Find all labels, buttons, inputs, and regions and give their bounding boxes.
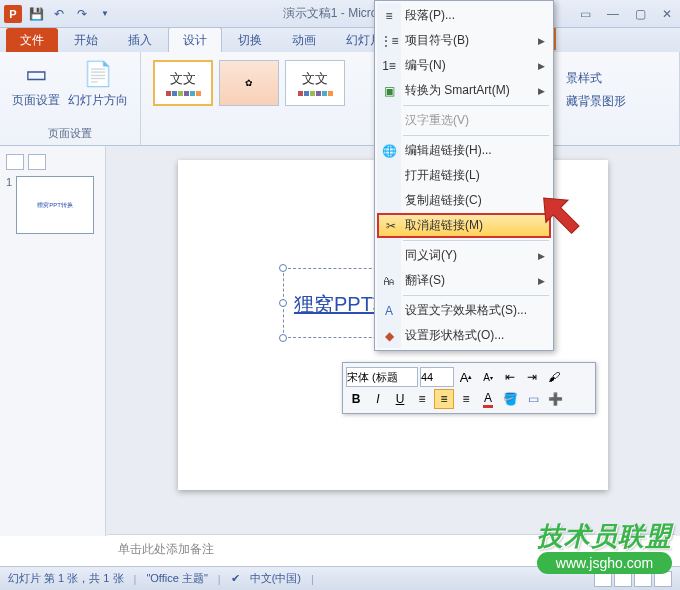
font-size-select[interactable] [420,367,454,387]
tab-insert[interactable]: 插入 [114,28,166,52]
paragraph-icon: ≡ [381,8,397,24]
slide-orientation-button[interactable]: 📄 幻灯片方向 [64,56,132,111]
menu-numbering[interactable]: 1≡编号(N)▶ [377,53,551,78]
align-right-icon[interactable]: ≡ [456,389,476,409]
slides-panel: 1 狸窝PPT转换 [0,146,106,536]
menu-hanzi[interactable]: 汉字重选(V) [377,108,551,133]
menu-separator [403,135,549,136]
menu-edit-hyperlink[interactable]: 🌐编辑超链接(H)... [377,138,551,163]
redo-icon[interactable]: ↷ [72,4,92,24]
watermark-text: 技术员联盟 [537,519,672,554]
translate-icon: 🗛 [381,273,397,289]
window-controls: ▭ — ▢ ✕ [576,7,676,21]
watermark-url: www.jsgho.com [537,552,672,574]
bg-styles-button[interactable]: 景样式 [566,70,626,87]
shape-format-icon: ◆ [381,328,397,344]
menu-bullets[interactable]: ⋮≡项目符号(B)▶ [377,28,551,53]
page-setup-button[interactable]: ▭ 页面设置 [8,56,64,111]
mini-toolbar: A▴ A▾ ⇤ ⇥ 🖌 B I U ≡ ≡ ≡ A 🪣 ▭ ➕ [342,362,596,414]
status-theme: "Office 主题" [146,571,207,586]
maximize-button[interactable]: ▢ [631,7,650,21]
theme-text: 文文 [302,70,328,88]
menu-smartart[interactable]: ▣转换为 SmartArt(M)▶ [377,78,551,103]
smartart-icon: ▣ [381,83,397,99]
ribbon-group-page-setup: ▭ 页面设置 📄 幻灯片方向 页面设置 [0,52,141,145]
group-label-page-setup: 页面设置 [8,124,132,143]
font-family-select[interactable] [346,367,418,387]
submenu-arrow: ▶ [538,276,545,286]
menu-paragraph[interactable]: ≡段落(P)... [377,3,551,28]
decrease-indent-icon[interactable]: ⇤ [500,367,520,387]
menu-separator [403,105,549,106]
hyperlink-icon: 🌐 [381,143,397,159]
quick-access-toolbar: 💾 ↶ ↷ ▼ [26,4,115,24]
remove-link-icon: ✂ [383,218,399,234]
hide-bg-checkbox[interactable]: 藏背景图形 [566,93,626,110]
align-center-icon[interactable]: ≡ [434,389,454,409]
shape-outline-button[interactable]: ▭ [523,389,543,409]
menu-separator [403,295,549,296]
minimize-ribbon-icon[interactable]: ▭ [576,7,595,21]
shape-fill-button[interactable]: 🪣 [500,389,521,409]
tab-home[interactable]: 开始 [60,28,112,52]
submenu-arrow: ▶ [538,36,545,46]
tab-design[interactable]: 设计 [168,27,222,52]
tab-transitions[interactable]: 切换 [224,28,276,52]
app-icon: P [4,5,22,23]
bullets-icon: ⋮≡ [381,33,397,49]
theme-thumb-1[interactable]: 文文 [153,60,213,106]
increase-indent-icon[interactable]: ⇥ [522,367,542,387]
slide-thumb-1-wrap: 1 狸窝PPT转换 [6,176,99,234]
font-color-button[interactable]: A [478,389,498,409]
grow-font-icon[interactable]: A▴ [456,367,476,387]
menu-synonyms[interactable]: 同义词(Y)▶ [377,243,551,268]
ribbon-right-options: 景样式 藏背景图形 [556,64,636,116]
panel-tab-slides[interactable] [6,154,24,170]
status-spellcheck-icon[interactable]: ✔ [231,572,240,585]
tab-animations[interactable]: 动画 [278,28,330,52]
format-painter-icon[interactable]: 🖌 [544,367,564,387]
shrink-font-icon[interactable]: A▾ [478,367,498,387]
orientation-label: 幻灯片方向 [68,92,128,109]
menu-copy-hyperlink[interactable]: 复制超链接(C) [377,188,551,213]
qat-dropdown-icon[interactable]: ▼ [95,4,115,24]
bold-button[interactable]: B [346,389,366,409]
titlebar: P 💾 ↶ ↷ ▼ 演示文稿1 - Microsoft P ▭ — ▢ ✕ [0,0,680,28]
align-left-icon[interactable]: ≡ [412,389,432,409]
handle-top-left[interactable] [279,264,287,272]
numbering-icon: 1≡ [381,58,397,74]
status-language[interactable]: 中文(中国) [250,571,301,586]
slide-number: 1 [6,176,12,234]
underline-button[interactable]: U [390,389,410,409]
context-menu: ≡段落(P)... ⋮≡项目符号(B)▶ 1≡编号(N)▶ ▣转换为 Smart… [374,0,554,351]
ribbon-tabs: 文件 开始 插入 设计 切换 动画 幻灯片 [0,28,680,52]
slide-thumbnail-1[interactable]: 狸窝PPT转换 [16,176,94,234]
submenu-arrow: ▶ [538,61,545,71]
orientation-icon: 📄 [82,58,114,90]
menu-shape-format[interactable]: ◆设置形状格式(O)... [377,323,551,348]
watermark: 技术员联盟 www.jsgho.com [537,519,672,574]
theme-thumb-3[interactable]: 文文 [285,60,345,106]
menu-separator [403,240,549,241]
submenu-arrow: ▶ [538,86,545,96]
menu-translate[interactable]: 🗛翻译(S)▶ [377,268,551,293]
page-setup-icon: ▭ [20,58,52,90]
theme-thumb-2[interactable]: ✿ [219,60,279,106]
submenu-arrow: ▶ [538,251,545,261]
panel-tab-outline[interactable] [28,154,46,170]
insert-shape-button[interactable]: ➕ [545,389,566,409]
handle-mid-left[interactable] [279,299,287,307]
menu-text-effects[interactable]: A设置文字效果格式(S)... [377,298,551,323]
page-setup-label: 页面设置 [12,92,60,109]
tab-file[interactable]: 文件 [6,28,58,52]
close-button[interactable]: ✕ [658,7,676,21]
italic-button[interactable]: I [368,389,388,409]
save-icon[interactable]: 💾 [26,4,46,24]
undo-icon[interactable]: ↶ [49,4,69,24]
menu-open-hyperlink[interactable]: 打开超链接(L) [377,163,551,188]
minimize-button[interactable]: — [603,7,623,21]
text-effects-icon: A [381,303,397,319]
theme-text: 文文 [170,70,196,88]
status-slide-info: 幻灯片 第 1 张，共 1 张 [8,571,124,586]
handle-bot-left[interactable] [279,334,287,342]
